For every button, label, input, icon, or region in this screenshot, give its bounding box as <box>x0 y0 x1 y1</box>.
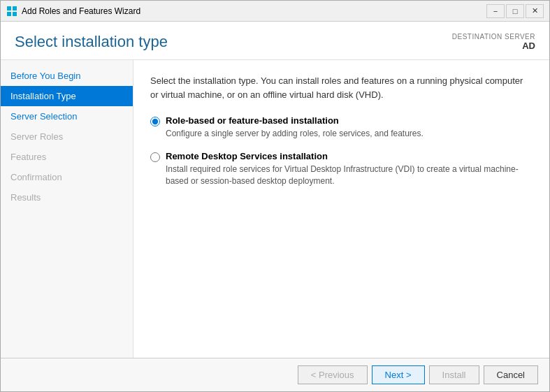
description: Select the installation type. You can in… <box>150 74 533 101</box>
option-role-based-text: Role-based or feature-based installation… <box>166 115 424 140</box>
destination-server-info: DESTINATION SERVER AD <box>452 33 535 51</box>
sidebar-item-server-roles: Server Roles <box>1 126 133 147</box>
app-icon <box>6 6 17 17</box>
previous-button[interactable]: < Previous <box>298 365 368 384</box>
title-bar: Add Roles and Features Wizard − □ ✕ <box>1 1 549 22</box>
close-button[interactable]: ✕ <box>526 4 544 18</box>
radio-remote-desktop-wrap <box>150 152 160 164</box>
main-window: Add Roles and Features Wizard − □ ✕ Sele… <box>0 0 550 392</box>
destination-server-name: AD <box>452 41 535 51</box>
main-content: Select the installation type. You can in… <box>133 60 549 358</box>
option-role-based: Role-based or feature-based installation… <box>150 115 533 140</box>
option-remote-desktop-desc: Install required role services for Virtu… <box>166 164 533 187</box>
window-controls: − □ ✕ <box>486 4 544 18</box>
footer: < Previous Next > Install Cancel <box>1 358 549 391</box>
cancel-button[interactable]: Cancel <box>484 365 538 384</box>
sidebar-item-confirmation: Confirmation <box>1 167 133 187</box>
svg-rect-3 <box>13 12 17 16</box>
radio-role-based-wrap <box>150 117 160 129</box>
svg-rect-2 <box>7 12 11 16</box>
destination-label: DESTINATION SERVER <box>452 33 535 41</box>
sidebar-item-server-selection[interactable]: Server Selection <box>1 106 133 126</box>
sidebar-item-before-you-begin[interactable]: Before You Begin <box>1 66 133 86</box>
option-remote-desktop-text: Remote Desktop Services installation Ins… <box>166 151 533 187</box>
window-title: Add Roles and Features Wizard <box>22 6 486 16</box>
sidebar-item-installation-type[interactable]: Installation Type <box>1 86 133 106</box>
option-role-based-desc: Configure a single server by adding role… <box>166 128 424 140</box>
svg-rect-1 <box>13 6 17 10</box>
minimize-button[interactable]: − <box>486 4 505 18</box>
next-button[interactable]: Next > <box>372 365 425 384</box>
svg-rect-0 <box>7 6 11 10</box>
option-remote-desktop-title: Remote Desktop Services installation <box>166 151 533 161</box>
radio-remote-desktop[interactable] <box>150 152 160 162</box>
content-area: Before You Begin Installation Type Serve… <box>1 60 549 358</box>
sidebar-item-features: Features <box>1 147 133 167</box>
option-role-based-title: Role-based or feature-based installation <box>166 115 424 126</box>
page-header: Select installation type DESTINATION SER… <box>1 22 549 60</box>
sidebar-item-results: Results <box>1 187 133 208</box>
restore-button[interactable]: □ <box>506 4 524 18</box>
install-button[interactable]: Install <box>429 365 479 384</box>
installation-options: Role-based or feature-based installation… <box>150 115 533 187</box>
option-remote-desktop: Remote Desktop Services installation Ins… <box>150 151 533 187</box>
page-title: Select installation type <box>15 33 168 51</box>
radio-role-based[interactable] <box>150 117 160 126</box>
sidebar: Before You Begin Installation Type Serve… <box>1 60 133 358</box>
